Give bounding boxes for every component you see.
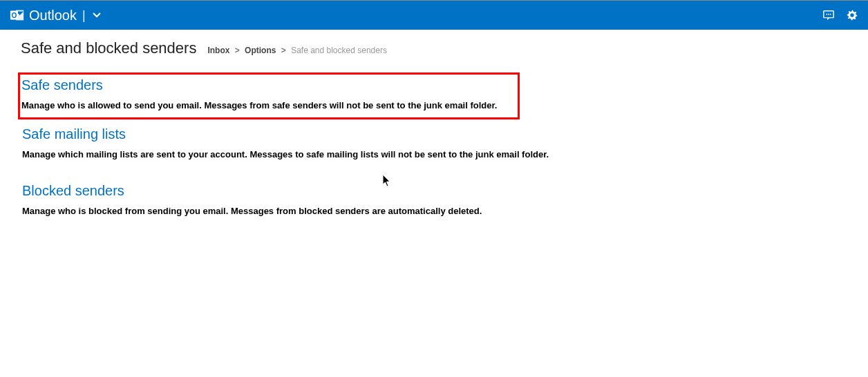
- desc-safe-mailing-lists: Manage which mailing lists are sent to y…: [22, 149, 864, 160]
- desc-blocked-senders: Manage who is blocked from sending you e…: [22, 206, 864, 216]
- svg-point-6: [830, 14, 831, 15]
- brand-divider: |: [82, 8, 86, 23]
- breadcrumb: Inbox > Options > Safe and blocked sende…: [207, 46, 387, 55]
- breadcrumb-current: Safe and blocked senders: [291, 46, 387, 55]
- breadcrumb-options[interactable]: Options: [245, 46, 276, 55]
- svg-text:O: O: [11, 12, 17, 19]
- link-safe-senders[interactable]: Safe senders: [21, 77, 513, 93]
- section-safe-mailing-lists: Safe mailing lists Manage which mailing …: [21, 124, 868, 166]
- gear-icon[interactable]: [846, 9, 858, 21]
- app-header: O Outlook |: [0, 1, 868, 30]
- section-blocked-senders: Blocked senders Manage who is blocked fr…: [21, 180, 868, 223]
- svg-point-4: [826, 14, 827, 15]
- brand-menu-button[interactable]: [93, 11, 101, 19]
- header-icons: [822, 9, 858, 21]
- desc-safe-senders: Manage who is allowed to send you email.…: [21, 100, 513, 110]
- link-blocked-senders[interactable]: Blocked senders: [22, 183, 864, 199]
- brand[interactable]: O Outlook: [10, 8, 77, 23]
- title-row: Safe and blocked senders Inbox > Options…: [21, 39, 868, 57]
- main-content: Safe and blocked senders Inbox > Options…: [0, 30, 868, 223]
- chevron-right-icon: >: [235, 46, 240, 55]
- chevron-right-icon: >: [281, 46, 286, 55]
- svg-point-5: [828, 14, 829, 15]
- page-title: Safe and blocked senders: [21, 39, 196, 57]
- chat-icon[interactable]: [822, 9, 835, 21]
- breadcrumb-inbox[interactable]: Inbox: [207, 46, 229, 55]
- section-safe-senders: Safe senders Manage who is allowed to se…: [18, 72, 520, 119]
- svg-point-7: [850, 13, 853, 17]
- outlook-logo-icon: O: [10, 8, 25, 23]
- brand-name: Outlook: [29, 8, 77, 23]
- link-safe-mailing-lists[interactable]: Safe mailing lists: [22, 126, 864, 142]
